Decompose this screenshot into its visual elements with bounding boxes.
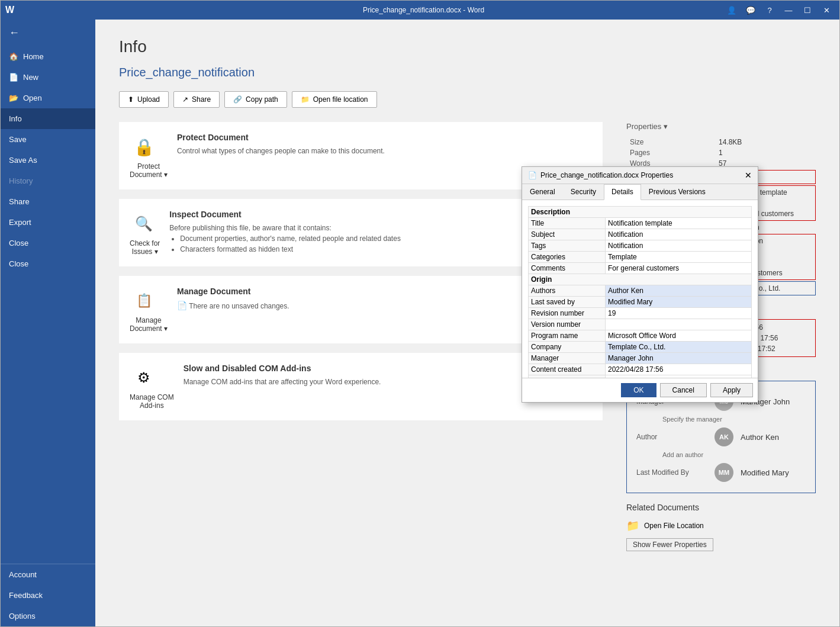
sidebar-item-home[interactable]: 🏠 Home [1, 46, 95, 67]
manage-button-label[interactable]: ManageDocument ▾ [130, 316, 168, 333]
close-button[interactable]: ✕ [818, 2, 835, 18]
dialog-revision-key: Revision number [529, 308, 606, 319]
dialog-tab-general[interactable]: General [522, 184, 563, 200]
check-issues-label[interactable]: Check forIssues ▾ [130, 239, 160, 256]
related-docs-heading: Related Documents [626, 503, 816, 512]
dialog-title-key: Title [529, 218, 606, 229]
specify-manager-action[interactable]: Specify the manager [662, 414, 806, 424]
sidebar-item-new[interactable]: 📄 New [1, 67, 95, 88]
dialog-title-content: 📄 Price_change_notification.docx Propert… [528, 171, 673, 179]
sidebar-item-close[interactable]: Close [1, 253, 95, 274]
com-button-label[interactable]: Manage COMAdd-ins [130, 393, 174, 410]
lock-icon: 🔒 [130, 133, 158, 161]
sidebar-item-account[interactable]: Account [1, 564, 95, 585]
prop-pages: Pages 1 [626, 147, 816, 158]
dialog-tab-security[interactable]: Security [563, 184, 604, 200]
properties-header[interactable]: Properties ▾ [626, 122, 816, 131]
show-fewer-button[interactable]: Show Fewer Properties [626, 535, 816, 551]
manage-document-button[interactable]: 📋 ManageDocument ▾ [130, 287, 168, 333]
sidebar-item-feedback[interactable]: Feedback [1, 585, 95, 606]
sidebar-item-print[interactable]: Share [1, 191, 95, 212]
dialog-manager-row: Manager Manager John [529, 353, 752, 364]
sidebar-item-info[interactable]: Info [1, 108, 95, 129]
help-icon[interactable]: ? [761, 2, 778, 18]
prop-val-size: 14.8KB [719, 138, 812, 146]
sidebar-item-share[interactable]: Export [1, 212, 95, 233]
dialog-tabs: General Security Details Previous Versio… [522, 184, 758, 200]
share-button[interactable]: ↗ Share [173, 91, 220, 108]
sidebar-item-export[interactable]: Close [1, 233, 95, 253]
sidebar: ← 🏠 Home 📄 New 📂 Open Info Save Save As [1, 20, 95, 626]
upload-icon: ⬆ [128, 95, 134, 104]
prop-size: Size 14.8KB [626, 137, 816, 147]
modified-avatar: MM [715, 463, 733, 482]
protect-button-label[interactable]: ProtectDocument ▾ [130, 162, 168, 179]
share-label: Share [192, 95, 211, 104]
dialog-manager-val: Manager John [606, 353, 752, 364]
new-icon: 📄 [9, 73, 18, 82]
dialog-close-button[interactable]: ✕ [745, 171, 752, 180]
open-location-button[interactable]: 📁 Open file location [292, 91, 377, 108]
dialog-tab-details[interactable]: Details [604, 184, 641, 200]
dialog-content-created-row: Content created 2022/04/28 17:56 [529, 364, 752, 375]
open-file-location-row[interactable]: 📁 Open File Location [626, 517, 816, 535]
comment-icon[interactable]: 💬 [742, 2, 759, 18]
modified-name: Modified Mary [741, 468, 789, 477]
sidebar-label-print: Share [9, 197, 30, 206]
dialog-authors-key: Authors [529, 285, 606, 297]
dialog-comments-val: For general customers [606, 263, 752, 274]
page-title: Info [119, 37, 816, 56]
sidebar-label-account: Account [9, 570, 37, 579]
sidebar-label-options: Options [9, 612, 36, 620]
sidebar-back-button[interactable]: ← [1, 20, 95, 46]
origin-section-label: Origin [529, 274, 752, 285]
title-bar-controls: 👤 💬 ? — ☐ ✕ [723, 2, 835, 18]
show-fewer-label: Show Fewer Properties [626, 538, 713, 551]
dialog-tab-previous-versions[interactable]: Previous Versions [641, 184, 713, 200]
sidebar-item-history: History [1, 171, 95, 191]
dialog-description-header: Description [529, 207, 752, 218]
add-author-action[interactable]: Add an author [662, 450, 806, 459]
dialog-company-row: Company Template Co., Ltd. [529, 342, 752, 353]
maximize-button[interactable]: ☐ [799, 2, 816, 18]
open-file-location-label: Open File Location [644, 522, 704, 530]
com-addins-button[interactable]: ⚙ Manage COMAdd-ins [130, 364, 174, 410]
protect-title: Protect Document [177, 133, 592, 142]
minimize-button[interactable]: — [780, 2, 797, 18]
dialog-apply-button[interactable]: Apply [710, 383, 753, 397]
check-issues-button[interactable]: 🔍 Check forIssues ▾ [130, 210, 160, 256]
protect-content: Protect Document Control what types of c… [177, 133, 592, 156]
dialog-ok-button[interactable]: OK [621, 383, 656, 397]
dialog-lastsaved-val: Modified Mary [606, 297, 752, 308]
dialog-content-created-key: Content created [529, 364, 606, 375]
sidebar-item-options[interactable]: Options [1, 606, 95, 626]
sidebar-label-share: Export [9, 218, 31, 227]
properties-dialog: 📄 Price_change_notification.docx Propert… [522, 166, 758, 403]
person-author-row: Author AK Author Ken [636, 424, 806, 450]
dialog-version-row: Version number [529, 319, 752, 330]
title-bar-filename: Price_change_notification.docx - Word [124, 6, 723, 14]
dialog-title-bar: 📄 Price_change_notification.docx Propert… [522, 167, 758, 184]
dialog-cancel-button[interactable]: Cancel [660, 383, 707, 397]
sidebar-item-saveas[interactable]: Save As [1, 150, 95, 171]
dialog-manager-key: Manager [529, 353, 606, 364]
protect-document-button[interactable]: 🔒 ProtectDocument ▾ [130, 133, 168, 179]
dialog-authors-val: Author Ken [606, 285, 752, 297]
dialog-version-key: Version number [529, 319, 606, 330]
upload-button[interactable]: ⬆ Upload [119, 91, 169, 108]
open-icon: 📂 [9, 94, 18, 102]
sidebar-item-open[interactable]: 📂 Open [1, 88, 95, 108]
doc-name: Price_change_notification [119, 66, 816, 79]
sidebar-item-save[interactable]: Save [1, 129, 95, 150]
properties-title: Properties [626, 122, 661, 131]
description-section-label: Description [529, 207, 752, 218]
protect-desc: Control what types of changes people can… [177, 146, 592, 156]
user-icon[interactable]: 👤 [723, 2, 740, 18]
copy-path-button[interactable]: 🔗 Copy path [224, 91, 287, 108]
sidebar-label-saveas: Save As [9, 156, 37, 165]
sidebar-label-new: New [23, 73, 38, 82]
author-name: Author Ken [741, 433, 779, 442]
title-bar-app-icon: W [5, 5, 124, 15]
sidebar-bottom: Account Feedback Options [1, 564, 95, 626]
dialog-authors-row: Authors Author Ken [529, 285, 752, 297]
